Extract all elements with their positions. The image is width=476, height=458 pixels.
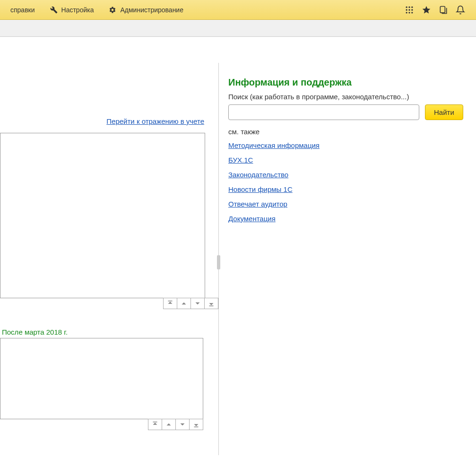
right-column: Информация и поддержка Поиск (как работа… (219, 37, 476, 458)
search-row: Найти (228, 104, 467, 120)
svg-point-3 (406, 9, 407, 10)
page-first-button[interactable] (148, 419, 162, 430)
link-news[interactable]: Новости фирмы 1С (228, 185, 293, 193)
page-last-button[interactable] (204, 298, 218, 309)
support-links: Методическая информация БУХ.1С Законодат… (228, 141, 467, 223)
page-up-button[interactable] (177, 298, 191, 309)
divider-handle[interactable] (217, 255, 220, 269)
menu-item-administration[interactable]: Администрирование (102, 3, 190, 17)
pager-2 (0, 419, 203, 430)
content: Перейти к отражению в учете После марта … (0, 37, 476, 458)
pager-1 (0, 298, 218, 309)
gear-icon (109, 6, 116, 14)
box-2-label: После марта 2018 г. (0, 328, 218, 338)
favorites-button[interactable] (419, 3, 433, 17)
page-down-button[interactable] (190, 298, 205, 309)
menu-label: справки (10, 6, 35, 14)
svg-point-8 (411, 12, 413, 13)
double-up-icon (152, 422, 158, 427)
reflect-accounting-link[interactable]: Перейти к отражению в учете (106, 117, 204, 125)
find-button[interactable]: Найти (425, 104, 463, 120)
star-icon (422, 5, 431, 15)
menu-item-settings[interactable]: Настройка (43, 3, 101, 17)
svg-rect-11 (209, 306, 214, 307)
wrench-icon (50, 6, 58, 14)
left-column: Перейти к отражению в учете После марта … (0, 37, 218, 458)
box-group-2: После марта 2018 г. (0, 328, 218, 430)
search-input[interactable] (228, 104, 419, 120)
page-last-button[interactable] (189, 419, 203, 430)
box-group-1 (0, 133, 218, 309)
svg-rect-10 (168, 301, 173, 302)
menu-label: Администрирование (120, 6, 183, 14)
svg-rect-9 (440, 6, 445, 12)
link-legislation[interactable]: Законодательство (228, 171, 288, 179)
history-button[interactable] (436, 3, 450, 17)
search-label: Поиск (как работать в программе, законод… (228, 93, 467, 101)
svg-point-0 (406, 6, 407, 8)
reflect-link-row: Перейти к отражению в учете (0, 63, 218, 133)
link-documentation[interactable]: Документация (228, 215, 276, 223)
down-icon (180, 422, 185, 427)
apps-grid-button[interactable] (402, 3, 416, 17)
history-icon (439, 5, 448, 15)
double-up-icon (167, 301, 173, 306)
double-down-icon (208, 301, 214, 306)
double-down-icon (193, 422, 199, 427)
top-menu: справки Настройка Администрирование (0, 0, 476, 20)
svg-point-1 (408, 6, 410, 8)
link-buh1c[interactable]: БУХ.1С (228, 156, 253, 164)
bell-icon (456, 5, 465, 15)
svg-point-2 (411, 6, 413, 8)
notifications-button[interactable] (453, 3, 467, 17)
support-title: Информация и поддержка (228, 77, 467, 88)
menu-label: Настройка (61, 6, 94, 14)
vertical-divider[interactable] (218, 63, 219, 455)
down-icon (195, 301, 200, 306)
menu-item-references-fragment[interactable]: справки (4, 3, 42, 17)
apps-grid-icon (405, 5, 414, 15)
toolbar (0, 20, 476, 37)
list-box-1[interactable] (0, 133, 205, 298)
page-up-button[interactable] (162, 419, 176, 430)
svg-rect-12 (153, 422, 157, 423)
svg-point-7 (408, 12, 410, 13)
link-methodology[interactable]: Методическая информация (228, 141, 320, 149)
svg-rect-13 (194, 427, 199, 428)
up-icon (181, 301, 187, 306)
top-menu-left: справки Настройка Администрирование (4, 3, 190, 17)
up-icon (166, 422, 172, 427)
link-auditor[interactable]: Отвечает аудитор (228, 200, 287, 208)
svg-point-5 (411, 9, 413, 10)
page-first-button[interactable] (163, 298, 177, 309)
page-down-button[interactable] (175, 419, 190, 430)
see-also-label: см. также (228, 128, 467, 136)
svg-point-6 (406, 12, 407, 13)
svg-point-4 (408, 9, 410, 10)
top-menu-right (402, 3, 472, 17)
list-box-2[interactable] (0, 338, 203, 419)
